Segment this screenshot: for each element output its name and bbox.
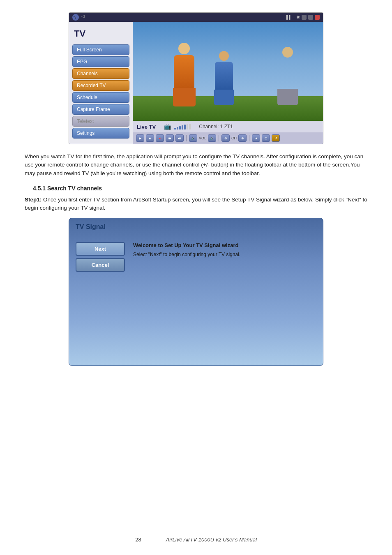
manual-title: AirLive AirTV-1000U v2 User's Manual — [166, 536, 257, 543]
dialog-header: TV Signal — [69, 218, 323, 234]
ch-up-btn[interactable]: ⊕ — [238, 134, 247, 142]
screen-btn[interactable]: ⊡ — [262, 134, 270, 142]
next-button[interactable]: Next — [76, 242, 125, 256]
dialog-wrapper: TV Signal Next Cancel Welcome to Set Up … — [69, 218, 323, 366]
body-paragraph: When you watch TV for the first time, th… — [25, 153, 367, 178]
ch-label: CH — [231, 136, 237, 140]
title-bar-left: ⌂ ◁ — [72, 14, 88, 21]
video-placeholder — [133, 22, 323, 121]
info-bar: Live TV 📺 Channel: 1 ZT1 — [133, 121, 323, 132]
back-icon: ◁ — [81, 14, 88, 21]
record-btn[interactable]: ● — [156, 134, 164, 142]
bar3 — [179, 126, 181, 130]
page-number: 28 — [135, 536, 141, 543]
sep1 — [186, 135, 187, 141]
video-people — [133, 22, 323, 121]
bar7 — [189, 124, 191, 130]
tv-icon: 📺 — [164, 123, 171, 130]
signal-bars — [174, 124, 191, 130]
menu-settings[interactable]: Settings — [72, 128, 129, 139]
signal-indicator: 📺 — [164, 123, 191, 130]
star-btn[interactable]: ★ — [252, 134, 260, 142]
footer: 28 AirLive AirTV-1000U v2 User's Manual — [0, 536, 392, 543]
dialog-title: TV Signal — [76, 223, 316, 231]
person1 — [171, 43, 198, 104]
menu-channels[interactable]: Channels — [72, 68, 129, 79]
close-btn[interactable] — [315, 15, 320, 20]
bar6 — [187, 124, 188, 130]
sidebar: TV Full Screen EPG Channels Recorded TV … — [69, 22, 133, 144]
vol-up-btn[interactable]: 🔊 — [208, 134, 216, 142]
app-content: TV Full Screen EPG Channels Recorded TV … — [69, 22, 323, 144]
bar2 — [177, 127, 178, 130]
menu-recorded-tv[interactable]: Recorded TV — [72, 80, 129, 91]
bar1 — [174, 128, 176, 130]
vol-label: VOL — [199, 136, 206, 140]
section-heading: 4.5.1 Search TV channels — [25, 185, 367, 192]
live-tv-label: Live TV — [137, 124, 156, 130]
dialog-buttons: Next Cancel — [76, 242, 125, 272]
title-bar: ⌂ ◁ ▌▌ - ⌘ — [69, 13, 323, 22]
cancel-button[interactable]: Cancel — [76, 258, 125, 272]
person3 — [275, 47, 300, 104]
loop-btn[interactable]: ↺ — [272, 134, 280, 142]
maximize-btn[interactable] — [308, 15, 313, 20]
menu-epg[interactable]: EPG — [72, 56, 129, 67]
home-icon: ⌂ — [72, 14, 79, 21]
sep2 — [219, 135, 219, 141]
play-btn[interactable]: ▶ — [136, 134, 144, 142]
step1-label: Step1: — [25, 197, 42, 203]
app-screenshot: ⌂ ◁ ▌▌ - ⌘ TV Full Screen EPG Channels R… — [69, 12, 323, 144]
prev-btn[interactable]: ⏮ — [166, 134, 174, 142]
vol-down-btn[interactable]: 🔉 — [189, 134, 197, 142]
sidebar-title: TV — [69, 26, 133, 43]
ch-down-btn[interactable]: ⊖ — [221, 134, 230, 142]
step1-text: Step1: Once you first enter TV section f… — [25, 196, 367, 213]
right-panel: Live TV 📺 Channel: 1 ZT1 — [133, 22, 323, 144]
bar4 — [182, 125, 183, 130]
tv-signal-dialog: TV Signal Next Cancel Welcome to Set Up … — [69, 218, 323, 366]
separator1: - — [293, 15, 295, 20]
stop-btn[interactable]: ■ — [146, 134, 154, 142]
title-bar-right: ▌▌ - ⌘ — [286, 15, 320, 20]
wifi-icon: ⌘ — [296, 15, 300, 19]
person2 — [212, 51, 235, 104]
skip-prev-btn[interactable]: ⏭ — [175, 134, 184, 142]
channel-info: Channel: 1 ZT1 — [199, 124, 233, 130]
video-area — [133, 22, 323, 121]
menu-full-screen[interactable]: Full Screen — [72, 44, 129, 55]
dialog-welcome: Welcome to Set Up Your TV Signal wizard — [133, 242, 316, 248]
page: ⌂ ◁ ▌▌ - ⌘ TV Full Screen EPG Channels R… — [0, 0, 392, 555]
dialog-desc: Select "Next" to begin configuring your … — [133, 252, 316, 257]
sep3 — [249, 135, 249, 141]
minimize-btn[interactable] — [302, 15, 307, 20]
dialog-body: Next Cancel Welcome to Set Up Your TV Si… — [69, 234, 323, 280]
menu-capture-frame[interactable]: Capture Frame — [72, 104, 129, 115]
step1-content: Once you first enter TV section from Arc… — [25, 197, 367, 211]
battery-icon: ▌▌ — [286, 15, 292, 19]
menu-schedule[interactable]: Schedule — [72, 92, 129, 103]
bar5 — [184, 125, 186, 130]
dialog-text: Welcome to Set Up Your TV Signal wizard … — [133, 242, 316, 272]
menu-teletext: Teletext — [72, 116, 129, 127]
toolbar: ▶ ■ ● ⏮ ⏭ 🔉 VOL 🔊 ⊖ CH ⊕ ★ ⊡ ↺ — [133, 132, 323, 144]
